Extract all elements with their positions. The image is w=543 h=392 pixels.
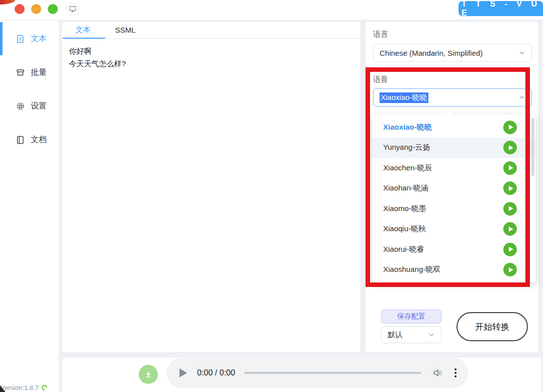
sidebar-item-batch[interactable]: 批量 bbox=[0, 62, 59, 82]
zoom-button[interactable] bbox=[48, 4, 58, 14]
voice-option[interactable]: Xiaoxiao-晓晓 bbox=[372, 117, 536, 138]
voice-option[interactable]: Xiaohan-晓涵 bbox=[372, 178, 536, 199]
play-voice-button[interactable] bbox=[503, 181, 517, 195]
sidebar-item-settings[interactable]: 设置 bbox=[0, 96, 59, 116]
language-value: Chinese (Mandarin, Simplified) bbox=[380, 49, 483, 57]
language-select[interactable]: Chinese (Mandarin, Simplified) bbox=[373, 44, 532, 62]
text-input-area[interactable]: 你好啊 今天天气怎么样? bbox=[62, 39, 360, 352]
audio-player: 0:00 / 0:00 bbox=[166, 358, 468, 388]
play-icon bbox=[509, 145, 513, 150]
download-button[interactable] bbox=[139, 365, 158, 384]
preset-select[interactable]: 默认 bbox=[381, 326, 441, 343]
minimize-button[interactable] bbox=[31, 4, 41, 14]
play-icon bbox=[509, 206, 513, 211]
sidebar-item-label: 文本 bbox=[31, 34, 47, 44]
voice-value: Xiaoxiao-晓晓 bbox=[380, 92, 428, 103]
play-icon bbox=[509, 247, 513, 252]
play-voice-button[interactable] bbox=[503, 263, 517, 276]
volume-icon[interactable] bbox=[432, 368, 443, 378]
tab-text[interactable]: 文本 bbox=[62, 25, 104, 35]
editor-panel: 文本 SSML 你好啊 今天天气怎么样? bbox=[61, 21, 361, 353]
voice-option[interactable]: Xiaochen-晓辰 bbox=[372, 158, 536, 178]
start-convert-button[interactable]: 开始转换 bbox=[457, 312, 528, 341]
editor-tabs: 文本 SSML bbox=[62, 22, 360, 39]
audio-progress-bar[interactable] bbox=[244, 372, 421, 374]
voice-option[interactable]: Xiaomo-晓墨 bbox=[372, 199, 536, 219]
sidebar-item-text[interactable]: 文本 bbox=[0, 29, 59, 49]
sidebar-item-docs[interactable]: 文档 bbox=[0, 130, 59, 150]
sidebar-item-label: 设置 bbox=[31, 101, 47, 112]
save-config-button[interactable]: 保存配置 bbox=[381, 310, 441, 324]
active-tab-indicator bbox=[63, 38, 105, 39]
play-icon bbox=[509, 267, 513, 272]
refresh-icon[interactable] bbox=[41, 384, 48, 391]
play-icon bbox=[509, 125, 513, 130]
play-icon bbox=[509, 186, 513, 191]
version-text: Version:1.8.7 bbox=[1, 384, 39, 391]
chevron-up-icon bbox=[518, 94, 525, 101]
sidebar: 文本 批量 设置 文档 Version:1.8.7 bbox=[0, 21, 59, 392]
window-titlebar: T T S - V U E bbox=[0, 0, 543, 20]
audio-play-button[interactable] bbox=[179, 368, 187, 377]
chevron-down-icon bbox=[428, 331, 435, 338]
batch-box-icon bbox=[16, 68, 25, 77]
play-voice-button[interactable] bbox=[503, 202, 517, 216]
display-toggle-button[interactable] bbox=[66, 3, 79, 16]
voice-select[interactable]: Xiaoxiao-晓晓 bbox=[373, 88, 532, 107]
voice-label: 语音 bbox=[373, 75, 388, 84]
play-voice-button[interactable] bbox=[503, 161, 517, 175]
sidebar-item-label: 文档 bbox=[31, 135, 47, 145]
close-button[interactable] bbox=[15, 4, 25, 14]
chevron-down-icon bbox=[518, 49, 525, 56]
settings-gear-icon bbox=[16, 102, 25, 111]
play-icon bbox=[509, 227, 513, 232]
voice-option[interactable]: Xiaoshuang-晓双 bbox=[372, 260, 536, 280]
play-voice-button[interactable] bbox=[503, 243, 517, 256]
popup-scrollbar[interactable] bbox=[531, 118, 534, 176]
play-voice-button[interactable] bbox=[503, 222, 517, 236]
download-icon bbox=[144, 370, 152, 378]
audio-menu-button[interactable] bbox=[455, 368, 457, 377]
sidebar-item-label: 批量 bbox=[31, 67, 47, 78]
play-voice-button[interactable] bbox=[503, 141, 517, 154]
voice-dropdown-popup: Xiaoxiao-晓晓 Yunyang-云扬 Xiaochen-晓辰 Xiaoh… bbox=[372, 115, 536, 282]
audio-time: 0:00 / 0:00 bbox=[197, 368, 235, 377]
voice-option[interactable]: Xiaorui-晓睿 bbox=[372, 239, 536, 260]
monitor-icon bbox=[69, 6, 76, 13]
play-icon bbox=[509, 165, 513, 170]
document-icon bbox=[16, 34, 25, 44]
docs-book-icon bbox=[16, 135, 25, 145]
voice-option[interactable]: Yunyang-云扬 bbox=[372, 138, 536, 158]
preset-value: 默认 bbox=[388, 330, 403, 340]
play-voice-button[interactable] bbox=[503, 121, 517, 134]
language-label: 语言 bbox=[373, 30, 388, 39]
voice-option[interactable]: Xiaoqiu-晓秋 bbox=[372, 219, 536, 240]
player-panel: 0:00 / 0:00 bbox=[61, 357, 542, 392]
app-logo: T T S - V U E bbox=[459, 1, 543, 16]
tab-ssml[interactable]: SSML bbox=[115, 26, 136, 34]
